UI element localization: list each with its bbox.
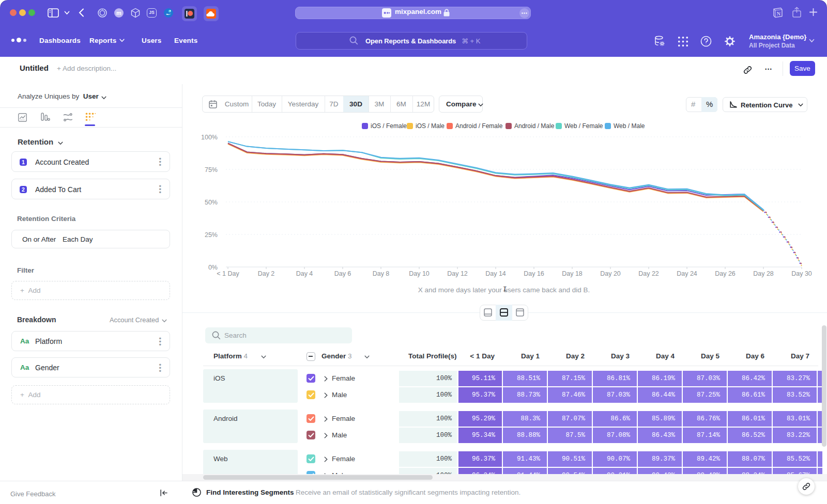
svg-text:< 1 Day: < 1 Day bbox=[217, 270, 239, 277]
svg-text:N: N bbox=[777, 11, 781, 17]
svg-text:100%: 100% bbox=[201, 134, 218, 141]
svg-text:Day 14: Day 14 bbox=[485, 270, 506, 277]
svg-text:Day 2: Day 2 bbox=[258, 270, 275, 277]
svg-text:Day 26: Day 26 bbox=[715, 270, 736, 277]
svg-text:25%: 25% bbox=[205, 231, 218, 239]
svg-text:Day 16: Day 16 bbox=[524, 270, 544, 277]
svg-text:Day 30: Day 30 bbox=[791, 270, 812, 277]
svg-text:Day 24: Day 24 bbox=[677, 270, 697, 277]
svg-text:Day 18: Day 18 bbox=[562, 270, 583, 277]
svg-text:Day 6: Day 6 bbox=[334, 270, 351, 277]
svg-text:75%: 75% bbox=[205, 166, 218, 174]
svg-text:Day 12: Day 12 bbox=[447, 270, 468, 277]
svg-text:Day 10: Day 10 bbox=[409, 270, 430, 277]
svg-text:Day 28: Day 28 bbox=[753, 270, 774, 277]
svg-text:Day 4: Day 4 bbox=[296, 270, 313, 277]
svg-text:Day 20: Day 20 bbox=[600, 270, 621, 277]
svg-text:Day 22: Day 22 bbox=[638, 270, 659, 277]
svg-text:Day 8: Day 8 bbox=[373, 270, 390, 277]
svg-text:50%: 50% bbox=[205, 199, 218, 206]
svg-text:0%: 0% bbox=[208, 264, 218, 271]
